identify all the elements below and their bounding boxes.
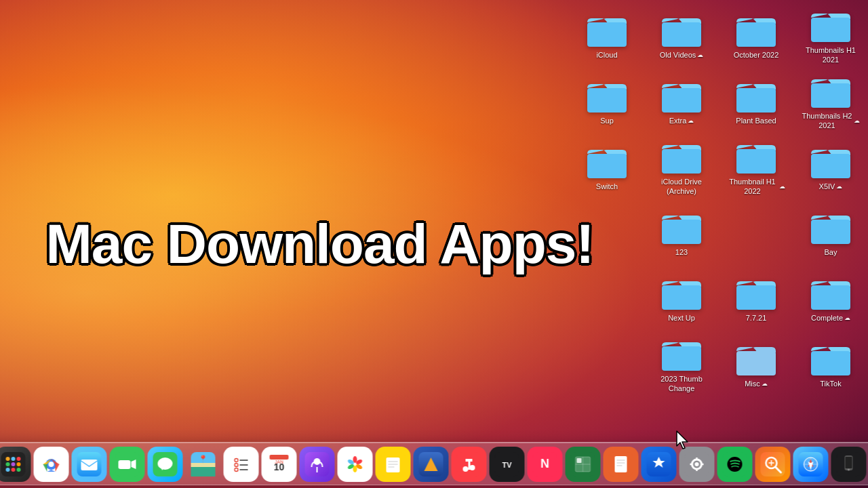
svg-rect-13 <box>811 220 850 244</box>
folder-sup[interactable]: Sup <box>576 79 637 125</box>
svg-point-29 <box>6 468 10 472</box>
svg-rect-38 <box>119 460 131 469</box>
folder-label-thumbnails-h2-2021: Thumbnails H2 2021☁ <box>802 112 860 129</box>
dock-app-chrome[interactable] <box>34 447 69 482</box>
svg-rect-45 <box>191 463 216 467</box>
svg-rect-91 <box>615 456 627 472</box>
folder-label-switch: Switch <box>596 182 618 191</box>
dock-app-calendar[interactable]: 10 JAN <box>262 447 297 482</box>
folder-icon-october-2022 <box>735 13 777 48</box>
svg-rect-11 <box>811 154 850 178</box>
dock-app-appstore[interactable] <box>642 447 677 482</box>
dock-app-podcasts[interactable] <box>300 447 335 482</box>
dock-app-systemprefs[interactable] <box>679 447 715 482</box>
svg-rect-2 <box>736 22 776 47</box>
folder-7721[interactable]: 7.7.21 <box>726 276 787 323</box>
svg-rect-10 <box>736 149 776 174</box>
dock-container: 🔍 <box>0 442 868 485</box>
dock-app-iphone-mirror[interactable] <box>831 447 867 482</box>
folder-next-up[interactable]: Next Up <box>651 276 712 323</box>
folder-thumbnails-h2-2021[interactable]: Thumbnails H2 2021☁ <box>800 74 861 129</box>
dock-app-safari[interactable] <box>793 447 829 482</box>
svg-rect-9 <box>662 149 701 174</box>
svg-rect-0 <box>587 22 627 47</box>
folder-october-2022[interactable]: October 2022 <box>726 13 787 60</box>
folder-label-old-videos: Old Videos☁ <box>660 51 704 60</box>
dock-app-music[interactable] <box>452 447 487 482</box>
svg-point-30 <box>12 468 16 472</box>
svg-point-28 <box>17 462 21 466</box>
dock-app-keynote[interactable] <box>414 447 449 482</box>
folder-label-tiktok: TikTok <box>820 380 841 388</box>
dock-app-numbers[interactable] <box>566 447 601 482</box>
svg-point-120 <box>848 469 850 471</box>
dock-app-mail[interactable] <box>72 447 107 482</box>
folder-extra[interactable]: Extra☁ <box>651 79 712 125</box>
svg-rect-89 <box>577 458 582 463</box>
folder-label-next-up: Next Up <box>668 314 695 323</box>
folder-label-complete: Complete☁ <box>811 314 850 323</box>
desktop-icons-grid: iCloud Old Videos☁ October 2022 <box>570 0 868 461</box>
svg-rect-62 <box>343 452 368 476</box>
svg-rect-8 <box>587 154 627 178</box>
folder-thumbnails-h1-2021[interactable]: Thumbnails H1 2021 <box>800 8 861 64</box>
dock-app-pixelmator[interactable] <box>755 447 791 482</box>
dock-app-appletv[interactable]: TV <box>490 447 525 482</box>
svg-point-26 <box>6 462 10 466</box>
dock-app-photos[interactable] <box>338 447 373 482</box>
folder-icloud-drive-archive[interactable]: iCloud Drive (Archive) <box>651 140 712 195</box>
folder-misc[interactable]: Misc☁ <box>726 342 787 388</box>
svg-text:N: N <box>540 457 549 470</box>
svg-rect-7 <box>811 83 850 108</box>
dock-app-reminders[interactable] <box>224 447 259 482</box>
folder-label-bay: Bay <box>825 248 837 257</box>
folder-label-2023-thumb-change: 2023 Thumb Change <box>653 375 711 392</box>
folder-thumbnail-h1-2022[interactable]: Thumbnail H1 2022☁ <box>726 140 787 195</box>
folder-icon-2023-thumb-change <box>660 337 703 372</box>
folder-x5iv[interactable]: X5IV☁ <box>800 144 861 191</box>
svg-rect-17 <box>662 346 701 371</box>
svg-rect-4 <box>587 88 627 113</box>
dock-app-launchpad[interactable] <box>0 447 31 482</box>
svg-rect-36 <box>81 460 98 470</box>
folder-icon-x5iv <box>810 144 852 180</box>
folder-plant-based[interactable]: Plant Based <box>726 79 787 125</box>
svg-point-41 <box>158 458 173 470</box>
svg-point-77 <box>463 466 469 472</box>
folder-label-icloud: iCloud <box>596 51 617 60</box>
dock-app-notes[interactable] <box>376 447 411 482</box>
svg-point-78 <box>470 465 475 470</box>
svg-rect-16 <box>811 285 850 310</box>
folder-icon-icloud <box>586 13 628 48</box>
folder-123[interactable]: 123 <box>651 210 712 257</box>
folder-old-videos[interactable]: Old Videos☁ <box>651 13 712 60</box>
folder-2023-thumb-change[interactable]: 2023 Thumb Change <box>651 337 712 392</box>
dock-app-pages[interactable] <box>604 447 639 482</box>
folder-icloud[interactable]: iCloud <box>576 13 637 60</box>
svg-rect-5 <box>662 88 701 113</box>
folder-tiktok[interactable]: TikTok <box>800 342 861 388</box>
svg-rect-1 <box>662 22 701 47</box>
folder-complete[interactable]: Complete☁ <box>800 276 861 323</box>
folder-icon-plant-based <box>735 79 777 114</box>
folder-label-misc: Misc☁ <box>745 380 768 388</box>
svg-point-24 <box>12 457 16 461</box>
folder-bay[interactable]: Bay <box>800 210 861 257</box>
folder-label-plant-based: Plant Based <box>736 117 776 125</box>
dock-app-news[interactable]: N <box>528 447 563 482</box>
svg-rect-119 <box>846 457 852 468</box>
dock-app-spotify[interactable] <box>717 447 753 482</box>
folder-icon-old-videos <box>660 13 703 48</box>
dock-app-facetime[interactable] <box>110 447 145 482</box>
folder-label-thumbnail-h1-2022: Thumbnail H1 2022☁ <box>728 178 785 195</box>
folder-label-thumbnails-h1-2021: Thumbnails H1 2021 <box>802 46 860 64</box>
dock-app-messages[interactable] <box>148 447 183 482</box>
folder-icon-misc <box>735 342 777 377</box>
svg-rect-70 <box>387 458 400 472</box>
folder-switch[interactable]: Switch <box>576 144 637 191</box>
folder-label-7721: 7.7.21 <box>746 314 767 323</box>
dock-app-maps[interactable]: 📍 <box>186 447 221 482</box>
folder-label-x5iv: X5IV☁ <box>819 182 843 191</box>
folder-icon-bay <box>810 210 852 245</box>
svg-rect-55 <box>270 455 289 460</box>
